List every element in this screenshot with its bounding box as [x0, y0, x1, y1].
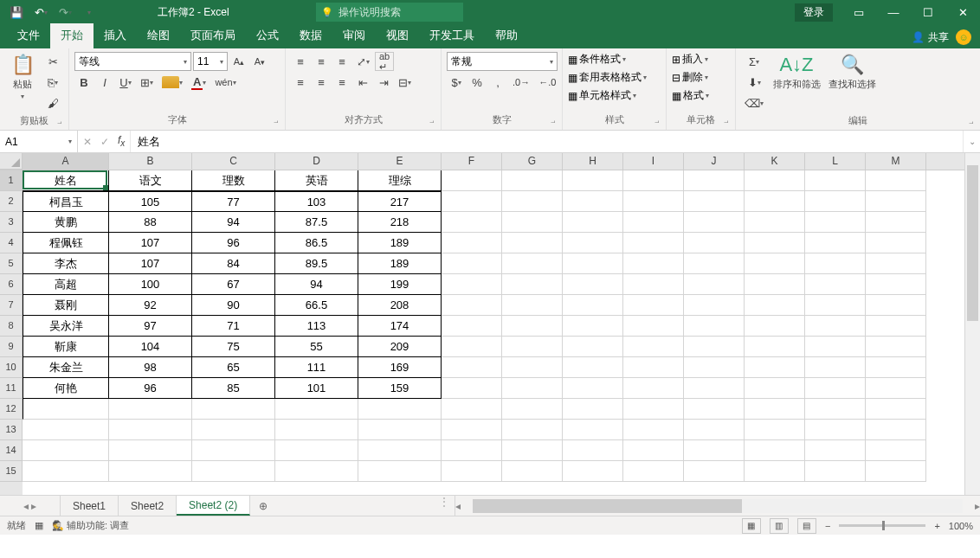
cell-C15[interactable] — [192, 461, 275, 482]
cell-F1[interactable] — [442, 170, 502, 191]
indent-inc-button[interactable]: ⇥ — [374, 73, 393, 92]
col-header-H[interactable]: H — [563, 153, 623, 170]
cell-E6[interactable]: 199 — [358, 274, 442, 295]
cell-B8[interactable]: 97 — [109, 316, 192, 337]
cell-I4[interactable] — [623, 233, 684, 253]
cell-J14[interactable] — [684, 440, 745, 461]
cell-M5[interactable] — [866, 253, 926, 274]
cell-J8[interactable] — [684, 316, 745, 337]
cell-K10[interactable] — [745, 357, 805, 378]
cell-B6[interactable]: 100 — [109, 274, 192, 295]
cell-L13[interactable] — [805, 420, 866, 440]
login-button[interactable]: 登录 — [795, 3, 833, 22]
col-header-F[interactable]: F — [442, 153, 502, 170]
cell-H2[interactable] — [563, 191, 623, 212]
cell-M7[interactable] — [866, 295, 926, 316]
cell-G15[interactable] — [502, 461, 563, 482]
col-header-L[interactable]: L — [805, 153, 866, 170]
tab-layout[interactable]: 页面布局 — [180, 23, 246, 48]
cond-format-button[interactable]: ▦ 条件格式 ▾ — [568, 52, 626, 67]
cell-A1[interactable]: 姓名 — [23, 170, 109, 191]
cell-M6[interactable] — [866, 274, 926, 295]
cell-K14[interactable] — [745, 440, 805, 461]
redo-button[interactable]: ↷▾ — [54, 2, 76, 22]
paste-button[interactable]: 📋 粘贴 ▾ — [5, 52, 40, 102]
cell-H5[interactable] — [563, 253, 623, 274]
name-box[interactable]: A1▾ — [0, 131, 78, 152]
cell-D12[interactable] — [275, 399, 358, 420]
copy-button[interactable]: ⎘▾ — [43, 73, 62, 92]
cell-F9[interactable] — [442, 337, 502, 357]
cell-H14[interactable] — [563, 440, 623, 461]
cell-M8[interactable] — [866, 316, 926, 337]
cell-M12[interactable] — [866, 399, 926, 420]
cell-J2[interactable] — [684, 191, 745, 212]
cell-L15[interactable] — [805, 461, 866, 482]
cell-F11[interactable] — [442, 378, 502, 399]
cell-G3[interactable] — [502, 212, 563, 233]
cell-L3[interactable] — [805, 212, 866, 233]
cell-K6[interactable] — [745, 274, 805, 295]
cell-J6[interactable] — [684, 274, 745, 295]
vertical-scrollbar[interactable] — [964, 153, 980, 495]
enter-icon[interactable]: ✓ — [100, 136, 109, 148]
format-cells-button[interactable]: ▦ 格式 ▾ — [672, 88, 709, 103]
clear-button[interactable]: ⌫▾ — [741, 93, 767, 112]
cancel-icon[interactable]: ✕ — [83, 136, 92, 148]
cell-F15[interactable] — [442, 461, 502, 482]
select-all-corner[interactable] — [0, 153, 23, 170]
cell-A15[interactable] — [23, 461, 109, 482]
accessibility-status[interactable]: 🕵 辅助功能: 调查 — [52, 519, 129, 532]
cell-G14[interactable] — [502, 440, 563, 461]
cell-L8[interactable] — [805, 316, 866, 337]
dec-decimal-button[interactable]: ←.0 — [535, 73, 559, 92]
cell-F5[interactable] — [442, 253, 502, 274]
cell-F3[interactable] — [442, 212, 502, 233]
phonetic-button[interactable]: wén▾ — [211, 73, 239, 92]
find-select-button[interactable]: 🔍 查找和选择 — [826, 52, 878, 93]
add-sheet-button[interactable]: ⊕ — [250, 496, 276, 516]
row-header-2[interactable]: 2 — [0, 191, 23, 212]
cell-G11[interactable] — [502, 378, 563, 399]
cell-K12[interactable] — [745, 399, 805, 420]
cell-G7[interactable] — [502, 295, 563, 316]
cell-A6[interactable]: 高超 — [23, 274, 109, 295]
cell-M15[interactable] — [866, 461, 926, 482]
cell-C2[interactable]: 77 — [192, 191, 275, 212]
cell-A11[interactable]: 何艳 — [23, 378, 109, 399]
cell-B9[interactable]: 104 — [109, 337, 192, 357]
cell-K9[interactable] — [745, 337, 805, 357]
cell-B1[interactable]: 语文 — [109, 170, 192, 191]
orientation-button[interactable]: ⤢▾ — [353, 52, 373, 71]
cell-K5[interactable] — [745, 253, 805, 274]
delete-cells-button[interactable]: ⊟ 删除 ▾ — [672, 70, 708, 85]
cell-D7[interactable]: 66.5 — [275, 295, 358, 316]
cell-K15[interactable] — [745, 461, 805, 482]
qat-customize[interactable]: ▾ — [78, 2, 100, 22]
cell-A7[interactable]: 聂刚 — [23, 295, 109, 316]
row-header-5[interactable]: 5 — [0, 253, 23, 274]
col-header-E[interactable]: E — [358, 153, 442, 170]
cell-H4[interactable] — [563, 233, 623, 253]
cell-L11[interactable] — [805, 378, 866, 399]
cell-A5[interactable]: 李杰 — [23, 253, 109, 274]
zoom-level[interactable]: 100% — [949, 521, 973, 531]
cell-B12[interactable] — [109, 399, 192, 420]
cell-G2[interactable] — [502, 191, 563, 212]
cell-I1[interactable] — [623, 170, 684, 191]
row-header-10[interactable]: 10 — [0, 357, 23, 378]
cell-B11[interactable]: 96 — [109, 378, 192, 399]
underline-button[interactable]: U▾ — [116, 73, 135, 92]
row-header-8[interactable]: 8 — [0, 316, 23, 337]
zoom-out-button[interactable]: − — [825, 521, 830, 531]
col-header-M[interactable]: M — [866, 153, 926, 170]
row-header-15[interactable]: 15 — [0, 461, 23, 482]
feedback-button[interactable]: ☺ — [956, 29, 971, 45]
cell-D10[interactable]: 111 — [275, 357, 358, 378]
cell-E1[interactable]: 理综 — [358, 170, 442, 191]
cell-F7[interactable] — [442, 295, 502, 316]
percent-button[interactable]: % — [467, 73, 487, 92]
cell-K4[interactable] — [745, 233, 805, 253]
zoom-slider[interactable] — [839, 524, 925, 527]
cell-K13[interactable] — [745, 420, 805, 440]
